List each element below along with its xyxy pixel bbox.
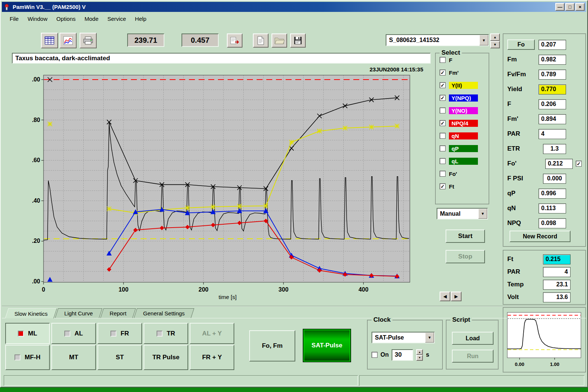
reading-value-etr: 1.3: [543, 144, 566, 154]
clock-interval-spinner: ▲ ▼: [416, 349, 423, 361]
mode-checkbox-fr[interactable]: [110, 331, 116, 337]
select-checkbox-f[interactable]: [440, 57, 446, 63]
menu-service[interactable]: Service: [103, 14, 130, 24]
select-label-ft: Ft: [449, 183, 454, 190]
select-checkbox-fm[interactable]: ✓: [440, 70, 446, 75]
clock-interval-input[interactable]: 30: [392, 349, 413, 361]
select-label-y-ii: Y(II): [449, 82, 478, 89]
mode-checkbox-ml[interactable]: [18, 331, 24, 337]
fo-button[interactable]: Fo: [507, 39, 535, 50]
interval-up-button[interactable]: ▲: [416, 349, 423, 355]
sat-pulse-button[interactable]: SAT-Pulse: [303, 329, 351, 362]
prev-record-button[interactable]: ◀: [440, 292, 450, 301]
par-display: 239.71: [127, 33, 164, 47]
button-st[interactable]: ST: [97, 345, 142, 370]
record-up-button[interactable]: ▲: [490, 33, 500, 41]
svg-text:1.00: 1.00: [550, 362, 559, 367]
new-record-button[interactable]: New Record: [510, 231, 571, 242]
button-label-tr-pulse: TR Pulse: [152, 354, 180, 361]
select-label-fm: Fm': [449, 70, 459, 76]
reading-value-fo: 0.212: [545, 159, 573, 169]
chevron-down-icon[interactable]: ▼: [479, 35, 488, 45]
clock-on-checkbox[interactable]: [372, 352, 377, 358]
button-ml[interactable]: ML: [5, 323, 50, 344]
select-checkbox-y-ii[interactable]: ✓: [440, 82, 446, 88]
select-label-ql: qL: [449, 158, 478, 165]
reading-row-qn: qN0.113: [504, 201, 585, 216]
mode-checkbox-tr[interactable]: [157, 331, 163, 337]
interval-down-button[interactable]: ▼: [416, 355, 423, 361]
export-button[interactable]: [227, 33, 242, 48]
button-al[interactable]: AL: [51, 323, 96, 344]
select-checkbox-npq-4[interactable]: ✓: [440, 120, 446, 126]
print-button[interactable]: [80, 33, 97, 48]
stop-button[interactable]: Stop: [446, 250, 485, 263]
button-mt[interactable]: MT: [51, 345, 96, 370]
menu-window[interactable]: Window: [23, 14, 51, 24]
script-group: Script Load Run: [446, 320, 499, 370]
print-icon: [83, 36, 93, 45]
mode-combo[interactable]: Manual ▼: [437, 208, 488, 219]
chevron-down-icon[interactable]: ▼: [425, 332, 434, 343]
tab-slow-kinetics[interactable]: Slow Kinetics: [5, 308, 57, 318]
select-checkbox-y-npq[interactable]: ✓: [440, 95, 446, 101]
next-record-button[interactable]: ▶: [451, 292, 462, 301]
script-load-button[interactable]: Load: [452, 332, 494, 345]
maximize-button[interactable]: □: [565, 3, 575, 11]
desktop-strip: [0, 388, 588, 392]
reading-label-f-psi: F PSI: [507, 175, 523, 182]
chevron-down-icon[interactable]: ▼: [478, 209, 487, 219]
select-checkbox-y-no[interactable]: [440, 107, 446, 113]
reading-row-par: PAR4: [504, 126, 585, 141]
script-run-button[interactable]: Run: [452, 350, 494, 363]
menu-file[interactable]: File: [6, 14, 23, 24]
clock-mode-combo[interactable]: SAT-Pulse ▼: [372, 332, 435, 343]
select-checkbox-qp[interactable]: [440, 145, 446, 151]
record-combo[interactable]: S_080623_141532 ▼: [386, 34, 489, 46]
select-checkbox-ql[interactable]: [440, 158, 446, 164]
fo-fm-button[interactable]: Fo, Fm: [249, 330, 295, 362]
button-tr-pulse[interactable]: TR Pulse: [144, 345, 188, 370]
select-checkbox-ft[interactable]: ✓: [440, 183, 446, 189]
reading-value-fm: 0.982: [539, 55, 566, 65]
tab-report[interactable]: Report: [100, 308, 136, 318]
menu-options[interactable]: Options: [52, 14, 80, 24]
minimize-button[interactable]: —: [555, 3, 565, 11]
start-button[interactable]: Start: [446, 229, 485, 243]
reading-row-fo: Fo0.207: [504, 37, 585, 52]
select-checkbox-fo[interactable]: [440, 171, 446, 177]
reading-value-npq: 0.098: [539, 218, 566, 228]
open-file-button[interactable]: [271, 33, 287, 48]
record-down-button[interactable]: ▼: [490, 41, 500, 48]
reading-label-qn: qN: [507, 205, 516, 212]
mode-checkbox-al[interactable]: [64, 331, 70, 337]
button-tr[interactable]: TR: [144, 323, 188, 344]
reading-checkbox-fo[interactable]: ✓: [576, 161, 582, 167]
select-label-qn: qN: [449, 132, 478, 139]
button-label-fr: FR: [121, 330, 129, 337]
close-button[interactable]: ×: [575, 3, 585, 11]
sample-title-input[interactable]: [12, 53, 431, 64]
record-spinner: ▲ ▼: [490, 33, 500, 48]
tab-general-settings[interactable]: General Settings: [134, 308, 194, 318]
chart-view-button[interactable]: [60, 33, 77, 48]
button-fr[interactable]: FR: [97, 323, 142, 344]
button-al-y[interactable]: AL + Y: [190, 323, 234, 344]
mode-checkbox-mf-h[interactable]: [15, 354, 20, 360]
select-item-qp: qP: [436, 142, 489, 155]
button-fr-y[interactable]: FR + Y: [190, 345, 234, 370]
clock-on-label: On: [380, 351, 389, 358]
menu-help[interactable]: Help: [131, 14, 151, 24]
reading-label-npq: NPQ: [507, 219, 521, 227]
data-table-button[interactable]: [41, 33, 58, 48]
save-button[interactable]: [290, 33, 306, 48]
sat-pulse-preview-panel: 0.001.00: [503, 307, 586, 373]
tab-light-curve[interactable]: Light Curve: [55, 308, 102, 318]
button-mf-h[interactable]: MF-H: [5, 345, 50, 370]
button-label-mf-h: MF-H: [25, 354, 40, 361]
menu-mode[interactable]: Mode: [80, 14, 103, 24]
live-label-ft: Ft: [507, 256, 513, 263]
report-button[interactable]: [253, 33, 269, 48]
chart-timestamp: 23JUN2008 14:15:35: [321, 66, 423, 73]
select-checkbox-qn[interactable]: [440, 133, 446, 139]
